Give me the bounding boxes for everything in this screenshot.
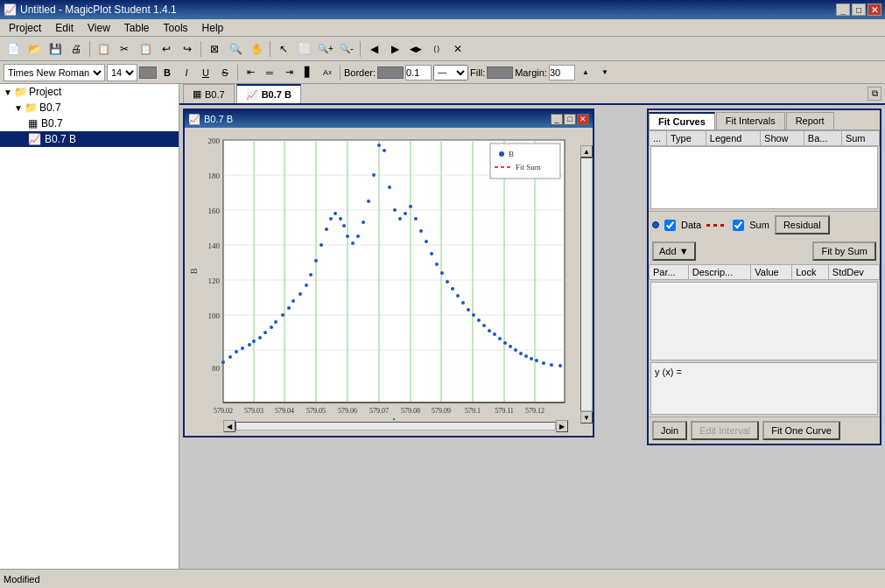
zoom-rect-button[interactable]: ⬜ xyxy=(295,39,314,59)
tree-item-b07-table[interactable]: ▦ B0.7 xyxy=(0,116,179,131)
minimize-button[interactable]: _ xyxy=(836,4,850,16)
horizontal-scrollbar: ◀ ▶ xyxy=(223,420,568,432)
close-button[interactable]: ✕ xyxy=(867,4,881,16)
paste-button[interactable]: 📋 xyxy=(136,39,155,59)
hscroll-track[interactable] xyxy=(235,422,556,430)
project-expander[interactable]: ▼ xyxy=(4,88,12,97)
next-button[interactable]: ▶ xyxy=(385,39,404,59)
align-right-button[interactable]: ⇥ xyxy=(280,64,298,81)
status-text: Modified xyxy=(4,574,40,584)
fill-color-swatch[interactable] xyxy=(487,66,513,79)
align-left-button[interactable]: ⇤ xyxy=(242,64,259,81)
menu-table[interactable]: Table xyxy=(117,20,157,36)
menu-help[interactable]: Help xyxy=(195,20,231,36)
zoom-in-button[interactable]: 🔍+ xyxy=(316,39,335,59)
svg-point-52 xyxy=(299,292,302,296)
strikethrough-button[interactable]: S xyxy=(216,64,234,81)
col-sum: Sum xyxy=(841,131,879,146)
fit-tab-report[interactable]: Report xyxy=(786,112,834,130)
prev-button[interactable]: ◀ xyxy=(364,39,383,59)
superscript-button[interactable]: Ax xyxy=(319,64,336,81)
pan-button[interactable]: ✋ xyxy=(247,39,266,59)
join-button[interactable]: Join xyxy=(652,421,687,440)
fit-data-controls: Data Sum Residual xyxy=(649,211,880,238)
align-center-button[interactable]: ═ xyxy=(261,64,278,81)
hscroll-right[interactable]: ▶ xyxy=(556,420,568,432)
font-size-select[interactable]: 14 xyxy=(107,64,137,81)
fit-tab-intervals[interactable]: Fit Intervals xyxy=(716,112,785,130)
menu-tools[interactable]: Tools xyxy=(157,20,195,36)
redo-button[interactable]: ↪ xyxy=(178,39,197,59)
fit-one-curve-button[interactable]: Fit One Curve xyxy=(762,421,839,440)
color-swatch[interactable] xyxy=(139,66,157,79)
margin-input[interactable] xyxy=(549,65,575,80)
bold-button[interactable]: B xyxy=(158,64,176,81)
maximize-button[interactable]: □ xyxy=(852,4,866,16)
menu-view[interactable]: View xyxy=(81,20,117,36)
sep4 xyxy=(360,41,361,57)
open-button[interactable]: 📂 xyxy=(25,39,44,59)
close-x-button[interactable]: ✕ xyxy=(448,39,467,59)
chart-maximize-btn[interactable]: □ xyxy=(564,114,576,125)
svg-point-90 xyxy=(493,332,496,336)
menu-project[interactable]: Project xyxy=(2,20,48,36)
data-checkbox[interactable] xyxy=(664,220,676,231)
chart-window-titlebar: 📈 B0.7 B _ □ ✕ xyxy=(185,110,593,128)
print-button[interactable]: 🖨 xyxy=(67,39,86,59)
svg-text:180: 180 xyxy=(208,172,221,180)
zoom-fit-button[interactable]: ⊠ xyxy=(205,39,224,59)
svg-text:579.12: 579.12 xyxy=(525,407,544,415)
tab-action-area: ⧉ xyxy=(867,87,881,101)
svg-point-51 xyxy=(291,299,295,303)
menu-edit[interactable]: Edit xyxy=(48,20,81,36)
fit-by-sum-button[interactable]: Fit by Sum xyxy=(812,242,876,261)
tree-item-project[interactable]: ▼ 📁 Project xyxy=(0,84,179,100)
fit-tab-curves[interactable]: Fit Curves xyxy=(649,112,715,130)
chart-minimize-btn[interactable]: _ xyxy=(551,114,563,125)
expand-button[interactable]: ⟨⟩ xyxy=(427,39,446,59)
cut-button[interactable]: ✂ xyxy=(115,39,134,59)
svg-point-53 xyxy=(305,284,308,287)
tree-item-b07-folder[interactable]: ▼ 📁 B0.7 xyxy=(0,100,179,116)
svg-point-48 xyxy=(274,320,277,324)
copy-button[interactable]: 📋 xyxy=(94,39,113,59)
edit-interval-button[interactable]: Edit Interval xyxy=(691,421,759,440)
font-family-select[interactable]: Times New Roman xyxy=(4,64,105,81)
tab-tile-button[interactable]: ⧉ xyxy=(867,87,881,101)
justify-button[interactable]: ▋ xyxy=(299,64,317,81)
vscroll-up[interactable]: ▲ xyxy=(580,145,593,158)
hscroll-left[interactable]: ◀ xyxy=(223,420,235,432)
border-style-select[interactable]: — xyxy=(433,65,468,80)
margin-down-button[interactable]: ▼ xyxy=(596,64,614,81)
border-color-swatch[interactable] xyxy=(377,66,404,79)
vscroll-track[interactable] xyxy=(580,158,593,411)
vscroll-down[interactable]: ▼ xyxy=(580,411,593,424)
tab-b07[interactable]: ▦ B0.7 xyxy=(183,84,235,103)
margin-up-button[interactable]: ▲ xyxy=(577,64,594,81)
residual-button[interactable]: Residual xyxy=(775,215,830,234)
chart-close-btn[interactable]: ✕ xyxy=(577,114,589,125)
vertical-scrollbar[interactable]: ▲ ▼ xyxy=(580,145,593,424)
save-button[interactable]: 💾 xyxy=(46,39,65,59)
tab-b07b[interactable]: 📈 B0.7 B xyxy=(236,84,301,103)
underline-button[interactable]: U xyxy=(197,64,214,81)
prev-next-button[interactable]: ◀▶ xyxy=(406,39,425,59)
zoom-out-button[interactable]: 🔍- xyxy=(337,39,356,59)
tab-b07b-icon: 📈 xyxy=(246,89,258,101)
svg-point-55 xyxy=(314,259,318,262)
svg-text:140: 140 xyxy=(208,242,221,250)
new-button[interactable]: 📄 xyxy=(4,39,23,59)
b07-expander[interactable]: ▼ xyxy=(14,103,23,113)
tree-item-b07b-chart[interactable]: 📈 B0.7 B xyxy=(0,131,179,147)
add-label: Add ▼ xyxy=(659,246,689,256)
tabs-bar: ▦ B0.7 📈 B0.7 B ⧉ xyxy=(179,84,885,105)
zoom-button[interactable]: 🔍 xyxy=(226,39,245,59)
svg-point-40 xyxy=(228,355,232,359)
italic-button[interactable]: I xyxy=(178,64,195,81)
add-button[interactable]: Add ▼ xyxy=(652,242,696,261)
select-button[interactable]: ↖ xyxy=(274,39,293,59)
border-width-input[interactable] xyxy=(405,65,432,80)
undo-button[interactable]: ↩ xyxy=(157,39,176,59)
sum-checkbox[interactable] xyxy=(733,220,744,231)
svg-point-59 xyxy=(334,212,337,215)
